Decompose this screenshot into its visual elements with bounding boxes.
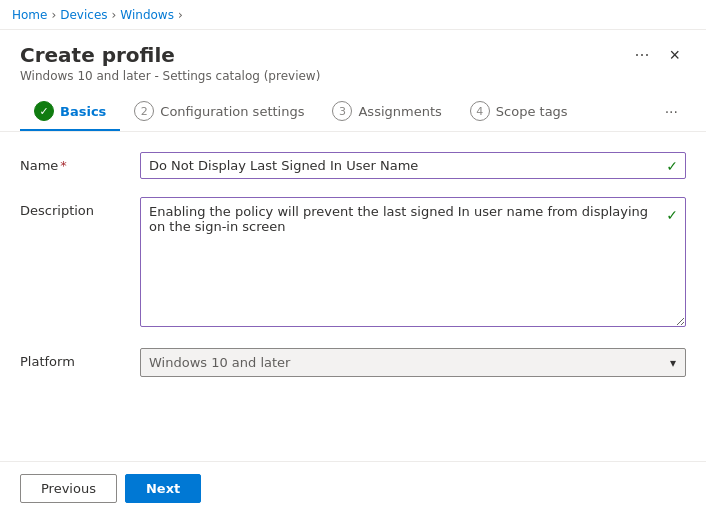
platform-row: Platform Windows 10 and laterWindows 8.1… bbox=[20, 348, 686, 377]
tab-assign-indicator: 3 bbox=[332, 101, 352, 121]
panel-footer: Previous Next bbox=[0, 461, 706, 515]
description-control-wrap: Enabling the policy will prevent the las… bbox=[140, 197, 686, 330]
tab-configuration[interactable]: 2 Configuration settings bbox=[120, 93, 318, 131]
breadcrumb-devices[interactable]: Devices bbox=[60, 8, 107, 22]
panel-subtitle: Windows 10 and later - Settings catalog … bbox=[20, 69, 686, 83]
name-row: Name* ✓ bbox=[20, 152, 686, 179]
description-label: Description bbox=[20, 197, 140, 218]
sep-3: › bbox=[178, 8, 183, 22]
tab-scope-label: Scope tags bbox=[496, 104, 568, 119]
tabs-more-button[interactable]: ··· bbox=[657, 96, 686, 128]
sep-2: › bbox=[112, 8, 117, 22]
form-area: Name* ✓ Description Enabling the policy … bbox=[0, 132, 706, 461]
panel-header: Create profile ··· × Windows 10 and late… bbox=[0, 30, 706, 132]
breadcrumb-windows[interactable]: Windows bbox=[120, 8, 174, 22]
tab-assign-label: Assignments bbox=[358, 104, 441, 119]
tab-basics-label: Basics bbox=[60, 104, 106, 119]
more-options-button[interactable]: ··· bbox=[628, 42, 655, 67]
platform-select[interactable]: Windows 10 and laterWindows 8.1 and late… bbox=[140, 348, 686, 377]
name-label: Name* bbox=[20, 152, 140, 173]
tab-config-label: Configuration settings bbox=[160, 104, 304, 119]
tab-assignments[interactable]: 3 Assignments bbox=[318, 93, 455, 131]
header-actions: ··· × bbox=[628, 42, 686, 67]
name-input[interactable] bbox=[140, 152, 686, 179]
step-tabs: ✓ Basics 2 Configuration settings 3 Assi… bbox=[20, 93, 686, 131]
sep-1: › bbox=[51, 8, 56, 22]
tab-scope-indicator: 4 bbox=[470, 101, 490, 121]
breadcrumb-home[interactable]: Home bbox=[12, 8, 47, 22]
platform-control-wrap: Windows 10 and laterWindows 8.1 and late… bbox=[140, 348, 686, 377]
tab-basics-indicator: ✓ bbox=[34, 101, 54, 121]
close-button[interactable]: × bbox=[663, 44, 686, 66]
description-input[interactable]: Enabling the policy will prevent the las… bbox=[140, 197, 686, 327]
create-profile-panel: Create profile ··· × Windows 10 and late… bbox=[0, 30, 706, 515]
description-row: Description Enabling the policy will pre… bbox=[20, 197, 686, 330]
name-control-wrap: ✓ bbox=[140, 152, 686, 179]
next-button[interactable]: Next bbox=[125, 474, 201, 503]
platform-label: Platform bbox=[20, 348, 140, 369]
description-check-icon: ✓ bbox=[666, 207, 678, 223]
tab-config-indicator: 2 bbox=[134, 101, 154, 121]
tab-scope[interactable]: 4 Scope tags bbox=[456, 93, 582, 131]
page-title: Create profile bbox=[20, 43, 175, 67]
name-check-icon: ✓ bbox=[666, 158, 678, 174]
required-indicator: * bbox=[60, 158, 67, 173]
platform-select-wrap: Windows 10 and laterWindows 8.1 and late… bbox=[140, 348, 686, 377]
tab-basics[interactable]: ✓ Basics bbox=[20, 93, 120, 131]
name-input-wrapper: ✓ bbox=[140, 152, 686, 179]
breadcrumb: Home › Devices › Windows › bbox=[0, 0, 706, 30]
previous-button[interactable]: Previous bbox=[20, 474, 117, 503]
description-textarea-wrapper: Enabling the policy will prevent the las… bbox=[140, 197, 686, 330]
